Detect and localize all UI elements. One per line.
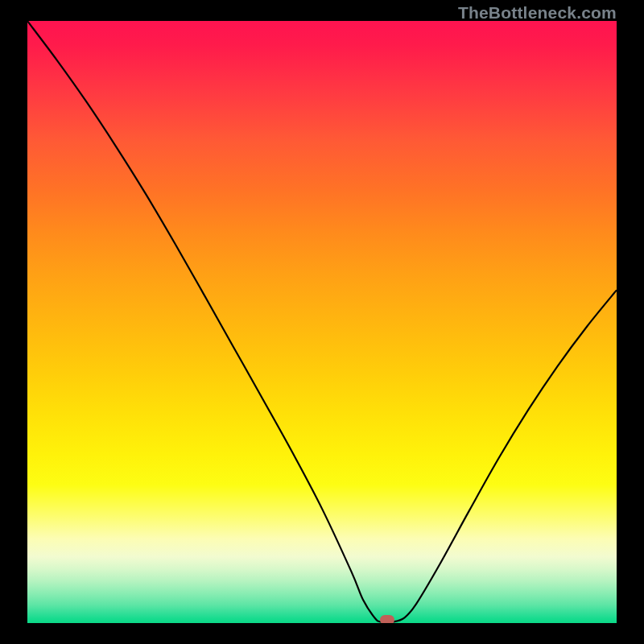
watermark-text: TheBottleneck.com: [458, 3, 617, 23]
optimal-marker: [380, 615, 394, 624]
plot-area: [27, 21, 617, 623]
gradient-background: [27, 21, 617, 623]
chart-frame: TheBottleneck.com: [0, 0, 644, 644]
